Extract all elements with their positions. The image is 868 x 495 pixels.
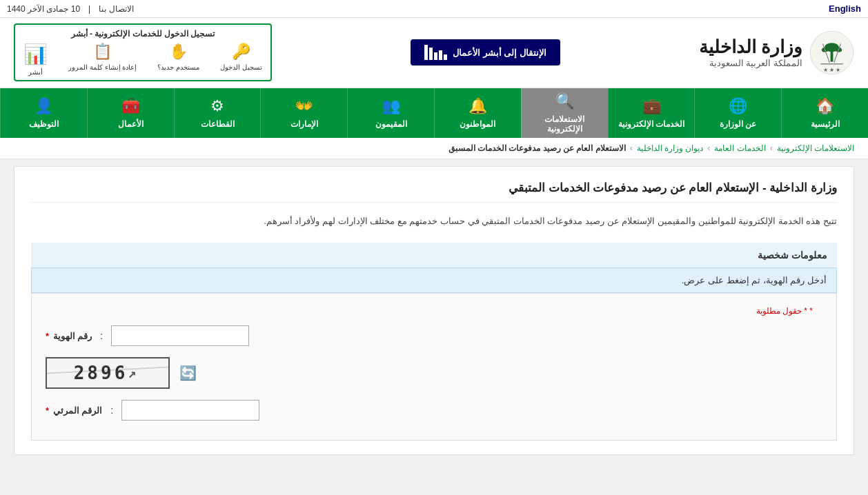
emirates-icon: 👐 [295, 97, 313, 115]
captcha-row: 🔄 ↗ 2896 [46, 357, 822, 389]
ministry-name: وزارة الداخلية [699, 37, 802, 58]
english-link[interactable]: English [829, 3, 861, 14]
nav-label-eservices: الخدمات الإلكترونية [618, 119, 684, 129]
nav-item-employment[interactable]: 👤 التوظيف [0, 88, 87, 138]
id-colon: : [100, 330, 103, 341]
ministry-subtitle: المملكة العربية السعودية [699, 58, 802, 68]
visual-colon: : [110, 405, 113, 416]
svg-text:★ ★ ★: ★ ★ ★ [823, 66, 840, 72]
login-box: تسجيل الدخول للخدمات الإلكترونية - أبشر … [14, 23, 272, 81]
visual-label: الرقم المرئي * [46, 405, 102, 416]
eservices-icon: 💼 [642, 97, 661, 115]
home-icon: 🏠 [816, 97, 834, 115]
breadcrumb-sep-2: › [707, 143, 710, 153]
login-icons-row: 🔑 تسجيل الدخول ✋ مستخدم جديد؟ 📋 إعادة إن… [23, 43, 262, 76]
ministry-logo-area: ★ ★ ★ وزارة الداخلية المملكة العربية الس… [699, 30, 854, 75]
new-user-icon: ✋ [169, 43, 188, 61]
register-label: تسجيل الدخول [220, 63, 262, 71]
page-title: وزارة الداخلية - الإستعلام العام عن رصيد… [31, 181, 837, 203]
nav-label-residents: المقيمون [375, 119, 407, 129]
login-box-title: تسجيل الدخول للخدمات الإلكترونية - أبشر [23, 29, 262, 39]
abshir-business-btn[interactable]: الإنتقال إلى أبشر الأعمال [411, 39, 560, 65]
date-text: 10 جمادى الآخر 1440 [7, 4, 80, 14]
header-center: الإنتقال إلى أبشر الأعمال [411, 39, 560, 65]
header: ★ ★ ★ وزارة الداخلية المملكة العربية الس… [0, 18, 868, 88]
login-icon-register[interactable]: 🔑 تسجيل الدخول [220, 43, 262, 76]
nav-label-home: الرئيسية [811, 119, 840, 129]
employment-icon: 👤 [34, 97, 53, 115]
visual-label-text: الرقم المرئي [53, 405, 103, 416]
section-header-personal: معلومات شخصية [31, 243, 837, 267]
id-label-text: رقم الهوية [53, 331, 92, 341]
login-icon-new-user[interactable]: ✋ مستخدم جديد؟ [157, 43, 199, 76]
sectors-icon: ⚙ [210, 97, 224, 115]
bar-chart-icon [424, 45, 447, 60]
nav-label-employment: التوظيف [29, 119, 59, 129]
nav-label-citizens: المواطنون [460, 119, 495, 129]
reset-password-icon: 📋 [93, 43, 112, 61]
captcha-refresh-btn[interactable]: 🔄 [178, 363, 198, 383]
contact-label[interactable]: الاتصال بنا [99, 4, 133, 14]
reset-password-label: إعادة إنشاء كلمة المرور [68, 63, 137, 71]
nav-item-about[interactable]: 🌐 عن الوزارة [694, 88, 781, 138]
required-note: * * حقول مطلوبة [46, 302, 822, 320]
login-icon-abshir[interactable]: 📊 أبشر [23, 43, 48, 76]
breadcrumb-diwan[interactable]: ديوان وزارة الداخلية [637, 143, 704, 153]
nav-label-business: الأعمال [118, 119, 144, 129]
abshir-btn-label: الإنتقال إلى أبشر الأعمال [453, 48, 546, 58]
top-separator: | [88, 4, 90, 14]
nav-bar: 🏠 الرئيسية 🌐 عن الوزارة 💼 الخدمات الإلكت… [0, 88, 868, 138]
nav-item-sectors[interactable]: ⚙ القطاعات [174, 88, 261, 138]
breadcrumb-public-services[interactable]: الخدمات العامة [714, 143, 765, 153]
required-note-text: * حقول مطلوبة [756, 306, 807, 316]
inquiries-icon: 🔍 [555, 92, 574, 110]
id-number-input[interactable] [111, 325, 249, 346]
breadcrumb-current: الاستعلام العام عن رصيد مدفوعات الخدمات … [448, 143, 626, 153]
captcha-slash: ↗ [128, 365, 139, 381]
register-icon: 🔑 [232, 43, 250, 61]
breadcrumb: الاستعلام العام عن رصيد مدفوعات الخدمات … [0, 138, 868, 159]
ministry-name-area: وزارة الداخلية المملكة العربية السعودية [699, 37, 802, 68]
visual-required-star: * [46, 405, 49, 416]
captcha-text: 2896 [74, 363, 128, 383]
login-icon-reset-password[interactable]: 📋 إعادة إنشاء كلمة المرور [68, 43, 137, 76]
nav-item-home[interactable]: 🏠 الرئيسية [781, 88, 868, 138]
abshir-icon: 📊 [23, 43, 48, 65]
abshir-label: أبشر [28, 68, 43, 76]
top-bar-right: الاتصال بنا | 10 جمادى الآخر 1440 [7, 4, 134, 14]
nav-label-sectors: القطاعات [201, 119, 235, 129]
id-required-star: * [46, 331, 49, 341]
breadcrumb-sep-1: › [770, 143, 773, 153]
visual-number-input[interactable] [121, 400, 259, 421]
about-icon: 🌐 [729, 97, 747, 115]
nav-item-citizens[interactable]: 🔔 المواطنون [434, 88, 521, 138]
main-content: وزارة الداخلية - الإستعلام العام عن رصيد… [14, 166, 854, 455]
nav-item-business[interactable]: 🧰 الأعمال [87, 88, 174, 138]
top-bar: English الاتصال بنا | 10 جمادى الآخر 144… [0, 0, 868, 18]
page-description: تتيح هذه الخدمة الإلكترونية للمواطنين وا… [31, 214, 837, 229]
id-number-row: : رقم الهوية * [46, 325, 822, 346]
captcha-image: ↗ 2896 [46, 357, 170, 389]
nav-item-emirates[interactable]: 👐 الإمارات [260, 88, 347, 138]
ministry-emblem: ★ ★ ★ [809, 30, 854, 75]
form-container: * * حقول مطلوبة : رقم الهوية * 🔄 ↗ 2896 … [31, 293, 837, 441]
new-user-label: مستخدم جديد؟ [157, 63, 199, 71]
nav-label-about: عن الوزارة [720, 119, 756, 129]
id-label: رقم الهوية * [46, 331, 92, 341]
info-hint: أدخل رقم الهوية، ثم إضغط على عرض. [31, 267, 837, 293]
visual-number-row: : الرقم المرئي * [46, 400, 822, 421]
required-star-icon: * [809, 306, 813, 316]
nav-label-inquiries: الاستعلامات الإلكترونية [531, 114, 598, 134]
nav-label-emirates: الإمارات [290, 119, 318, 129]
nav-item-eservices[interactable]: 💼 الخدمات الإلكترونية [608, 88, 695, 138]
business-icon: 🧰 [121, 97, 140, 115]
nav-item-inquiries[interactable]: 🔍 الاستعلامات الإلكترونية [521, 88, 608, 138]
nav-item-residents[interactable]: 👥 المقيمون [347, 88, 434, 138]
breadcrumb-einquiries[interactable]: الاستعلامات الإلكترونية [777, 143, 854, 153]
citizens-icon: 🔔 [468, 97, 487, 115]
breadcrumb-sep-3: › [630, 143, 633, 153]
residents-icon: 👥 [382, 97, 400, 115]
